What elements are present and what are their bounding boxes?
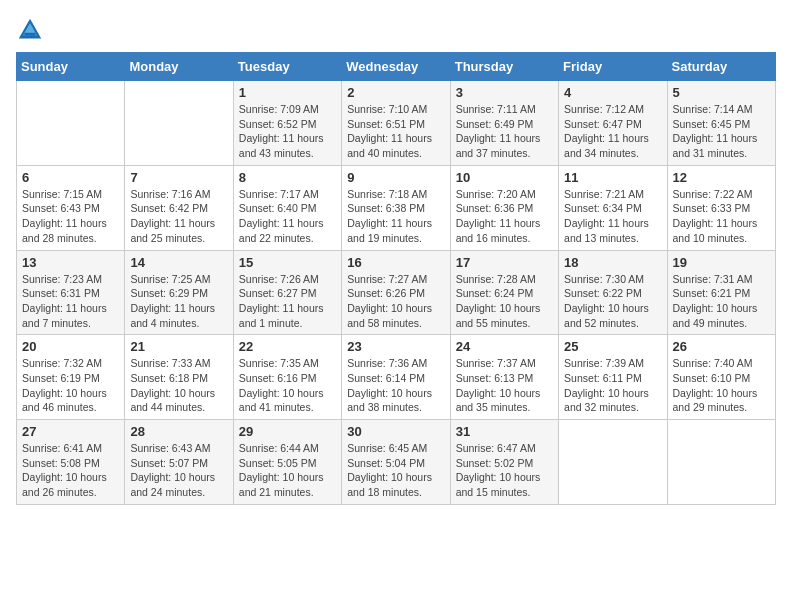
calendar-header: SundayMondayTuesdayWednesdayThursdayFrid… [17,53,776,81]
day-info: Sunrise: 7:26 AMSunset: 6:27 PMDaylight:… [239,272,336,331]
day-number: 6 [22,170,119,185]
calendar-day: 10Sunrise: 7:20 AMSunset: 6:36 PMDayligh… [450,165,558,250]
calendar-day: 20Sunrise: 7:32 AMSunset: 6:19 PMDayligh… [17,335,125,420]
day-info: Sunrise: 7:20 AMSunset: 6:36 PMDaylight:… [456,187,553,246]
day-number: 13 [22,255,119,270]
calendar-day: 25Sunrise: 7:39 AMSunset: 6:11 PMDayligh… [559,335,667,420]
day-number: 2 [347,85,444,100]
day-number: 21 [130,339,227,354]
day-info: Sunrise: 7:33 AMSunset: 6:18 PMDaylight:… [130,356,227,415]
day-info: Sunrise: 7:15 AMSunset: 6:43 PMDaylight:… [22,187,119,246]
day-number: 18 [564,255,661,270]
day-number: 16 [347,255,444,270]
calendar-day: 6Sunrise: 7:15 AMSunset: 6:43 PMDaylight… [17,165,125,250]
day-number: 24 [456,339,553,354]
calendar-day: 23Sunrise: 7:36 AMSunset: 6:14 PMDayligh… [342,335,450,420]
calendar-day [17,81,125,166]
day-number: 20 [22,339,119,354]
day-info: Sunrise: 7:30 AMSunset: 6:22 PMDaylight:… [564,272,661,331]
day-number: 5 [673,85,770,100]
calendar-week-3: 13Sunrise: 7:23 AMSunset: 6:31 PMDayligh… [17,250,776,335]
day-number: 14 [130,255,227,270]
day-info: Sunrise: 7:16 AMSunset: 6:42 PMDaylight:… [130,187,227,246]
day-number: 28 [130,424,227,439]
day-info: Sunrise: 6:41 AMSunset: 5:08 PMDaylight:… [22,441,119,500]
day-number: 8 [239,170,336,185]
calendar-day: 21Sunrise: 7:33 AMSunset: 6:18 PMDayligh… [125,335,233,420]
calendar-day: 2Sunrise: 7:10 AMSunset: 6:51 PMDaylight… [342,81,450,166]
calendar-day: 4Sunrise: 7:12 AMSunset: 6:47 PMDaylight… [559,81,667,166]
day-number: 27 [22,424,119,439]
day-info: Sunrise: 6:44 AMSunset: 5:05 PMDaylight:… [239,441,336,500]
calendar-day: 13Sunrise: 7:23 AMSunset: 6:31 PMDayligh… [17,250,125,335]
calendar-day: 15Sunrise: 7:26 AMSunset: 6:27 PMDayligh… [233,250,341,335]
day-number: 12 [673,170,770,185]
day-number: 29 [239,424,336,439]
calendar-week-4: 20Sunrise: 7:32 AMSunset: 6:19 PMDayligh… [17,335,776,420]
calendar-day: 11Sunrise: 7:21 AMSunset: 6:34 PMDayligh… [559,165,667,250]
calendar-day: 28Sunrise: 6:43 AMSunset: 5:07 PMDayligh… [125,420,233,505]
calendar-day: 1Sunrise: 7:09 AMSunset: 6:52 PMDaylight… [233,81,341,166]
calendar-day: 12Sunrise: 7:22 AMSunset: 6:33 PMDayligh… [667,165,775,250]
calendar-day: 18Sunrise: 7:30 AMSunset: 6:22 PMDayligh… [559,250,667,335]
logo [16,16,48,44]
day-info: Sunrise: 7:21 AMSunset: 6:34 PMDaylight:… [564,187,661,246]
weekday-header-saturday: Saturday [667,53,775,81]
day-number: 1 [239,85,336,100]
day-number: 17 [456,255,553,270]
calendar-day: 29Sunrise: 6:44 AMSunset: 5:05 PMDayligh… [233,420,341,505]
calendar-week-1: 1Sunrise: 7:09 AMSunset: 6:52 PMDaylight… [17,81,776,166]
day-info: Sunrise: 7:40 AMSunset: 6:10 PMDaylight:… [673,356,770,415]
page-header [16,16,776,44]
calendar-body: 1Sunrise: 7:09 AMSunset: 6:52 PMDaylight… [17,81,776,505]
day-number: 30 [347,424,444,439]
calendar-day [667,420,775,505]
calendar-day: 19Sunrise: 7:31 AMSunset: 6:21 PMDayligh… [667,250,775,335]
calendar-day: 22Sunrise: 7:35 AMSunset: 6:16 PMDayligh… [233,335,341,420]
day-number: 23 [347,339,444,354]
day-number: 7 [130,170,227,185]
calendar-table: SundayMondayTuesdayWednesdayThursdayFrid… [16,52,776,505]
calendar-day: 17Sunrise: 7:28 AMSunset: 6:24 PMDayligh… [450,250,558,335]
weekday-header-wednesday: Wednesday [342,53,450,81]
day-info: Sunrise: 7:11 AMSunset: 6:49 PMDaylight:… [456,102,553,161]
day-number: 9 [347,170,444,185]
calendar-day: 26Sunrise: 7:40 AMSunset: 6:10 PMDayligh… [667,335,775,420]
day-number: 26 [673,339,770,354]
day-info: Sunrise: 7:12 AMSunset: 6:47 PMDaylight:… [564,102,661,161]
day-info: Sunrise: 7:22 AMSunset: 6:33 PMDaylight:… [673,187,770,246]
day-info: Sunrise: 7:32 AMSunset: 6:19 PMDaylight:… [22,356,119,415]
weekday-row: SundayMondayTuesdayWednesdayThursdayFrid… [17,53,776,81]
day-info: Sunrise: 7:35 AMSunset: 6:16 PMDaylight:… [239,356,336,415]
calendar-week-5: 27Sunrise: 6:41 AMSunset: 5:08 PMDayligh… [17,420,776,505]
calendar-day: 27Sunrise: 6:41 AMSunset: 5:08 PMDayligh… [17,420,125,505]
day-info: Sunrise: 7:17 AMSunset: 6:40 PMDaylight:… [239,187,336,246]
day-info: Sunrise: 7:18 AMSunset: 6:38 PMDaylight:… [347,187,444,246]
day-number: 31 [456,424,553,439]
day-number: 19 [673,255,770,270]
day-number: 25 [564,339,661,354]
day-number: 22 [239,339,336,354]
day-number: 11 [564,170,661,185]
weekday-header-sunday: Sunday [17,53,125,81]
calendar-day: 7Sunrise: 7:16 AMSunset: 6:42 PMDaylight… [125,165,233,250]
calendar-day: 30Sunrise: 6:45 AMSunset: 5:04 PMDayligh… [342,420,450,505]
day-number: 10 [456,170,553,185]
weekday-header-thursday: Thursday [450,53,558,81]
calendar-day: 8Sunrise: 7:17 AMSunset: 6:40 PMDaylight… [233,165,341,250]
weekday-header-friday: Friday [559,53,667,81]
day-number: 15 [239,255,336,270]
calendar-day: 31Sunrise: 6:47 AMSunset: 5:02 PMDayligh… [450,420,558,505]
calendar-day [125,81,233,166]
day-info: Sunrise: 7:25 AMSunset: 6:29 PMDaylight:… [130,272,227,331]
logo-icon [16,16,44,44]
day-info: Sunrise: 7:14 AMSunset: 6:45 PMDaylight:… [673,102,770,161]
day-number: 3 [456,85,553,100]
calendar-day: 5Sunrise: 7:14 AMSunset: 6:45 PMDaylight… [667,81,775,166]
day-info: Sunrise: 6:47 AMSunset: 5:02 PMDaylight:… [456,441,553,500]
day-info: Sunrise: 6:43 AMSunset: 5:07 PMDaylight:… [130,441,227,500]
calendar-day: 14Sunrise: 7:25 AMSunset: 6:29 PMDayligh… [125,250,233,335]
day-info: Sunrise: 7:09 AMSunset: 6:52 PMDaylight:… [239,102,336,161]
weekday-header-monday: Monday [125,53,233,81]
calendar-day: 24Sunrise: 7:37 AMSunset: 6:13 PMDayligh… [450,335,558,420]
